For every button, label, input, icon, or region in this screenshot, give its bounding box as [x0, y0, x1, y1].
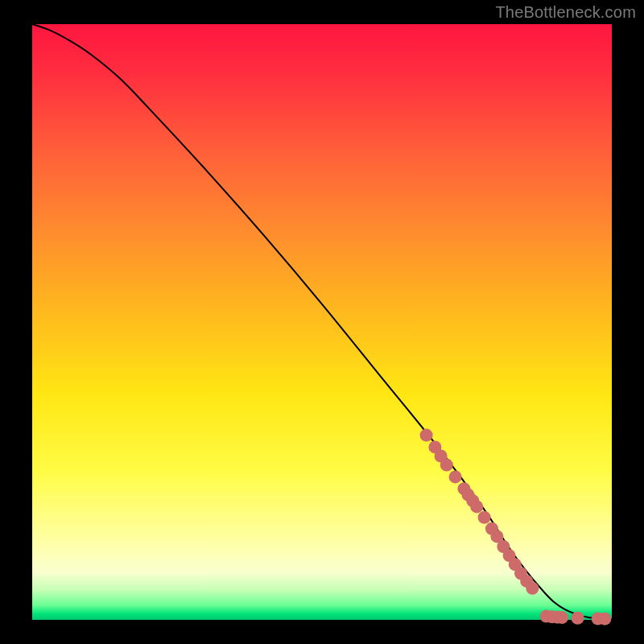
chart-frame: TheBottleneck.com [0, 0, 644, 644]
data-point [478, 511, 491, 524]
data-point [470, 500, 483, 513]
attribution-label: TheBottleneck.com [495, 3, 636, 22]
data-point [420, 429, 433, 442]
data-point [526, 582, 539, 595]
data-point [440, 459, 453, 472]
markers-group [420, 429, 612, 625]
data-point [598, 613, 611, 625]
bottleneck-curve [32, 24, 612, 619]
plot-area [32, 24, 612, 620]
data-point [449, 470, 462, 483]
data-point [555, 611, 568, 624]
data-point [572, 612, 584, 625]
chart-svg [32, 24, 612, 620]
